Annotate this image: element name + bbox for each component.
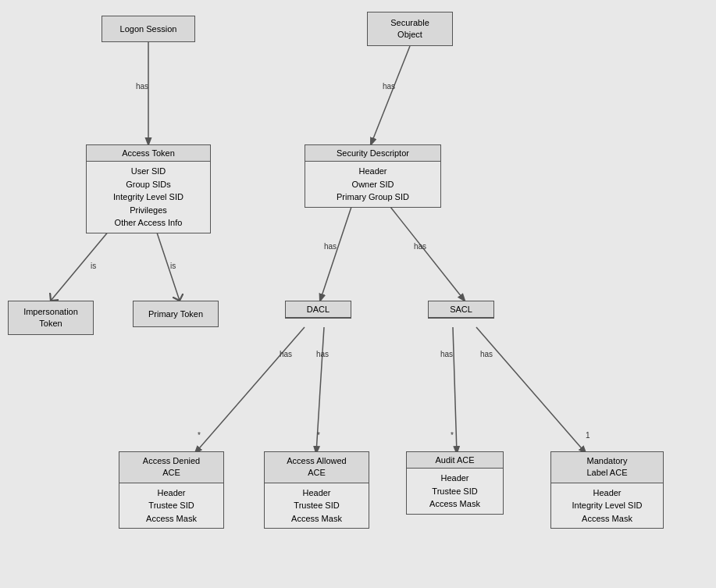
primary-token-box: Primary Token [133,301,219,327]
logon-session-box: Logon Session [102,16,195,42]
access-allowed-ace-box: Access AllowedACE Header Trustee SID Acc… [264,451,369,529]
mandatory-label-ace-body: Header Integrity Level SID Access Mask [551,483,663,529]
primary-token-label: Primary Token [148,309,203,319]
securable-object-box: SecurableObject [367,12,453,46]
sd-field-2: Owner SID [312,178,434,191]
ada-field-3: Access Mask [126,512,217,526]
star-label-2: * [317,431,320,440]
aaa-field-3: Access Mask [271,512,362,526]
has-label-7: has [440,350,453,358]
has-label-5: has [280,350,292,358]
sacl-box: SACL [428,301,494,319]
security-descriptor-title: Security Descriptor [305,145,440,162]
audit-field-1: Header [413,472,497,485]
svg-line-2 [371,46,410,144]
mla-field-3: Access Mask [557,512,657,526]
security-descriptor-body: Header Owner SID Primary Group SID [305,162,440,207]
audit-ace-box: Audit ACE Header Trustee SID Access Mask [406,451,504,515]
audit-ace-body: Header Trustee SID Access Mask [407,469,503,514]
star-label-3: * [451,431,454,440]
one-label-1: 1 [586,431,590,440]
ada-field-1: Header [126,486,217,500]
audit-field-2: Trustee SID [413,485,497,498]
svg-line-4 [156,230,180,301]
dacl-box: DACL [285,301,351,319]
access-token-box: Access Token User SID Group SIDs Integri… [86,144,211,233]
aaa-field-2: Trustee SID [271,499,362,512]
sd-field-3: Primary Group SID [312,191,434,204]
svg-line-3 [51,230,109,301]
has-label-6: has [316,350,329,358]
access-token-title: Access Token [87,145,210,162]
svg-line-6 [390,207,465,301]
svg-line-5 [320,207,351,301]
access-token-body: User SID Group SIDs Integrity Level SID … [87,162,210,233]
impersonation-token-box: ImpersonationToken [8,301,94,335]
access-denied-ace-box: Access DeniedACE Header Trustee SID Acce… [119,451,224,529]
has-label-1: has [136,82,148,91]
impersonation-token-label: ImpersonationToken [23,306,78,330]
logon-session-label: Logon Session [120,24,177,34]
svg-line-7 [195,327,305,453]
has-label-8: has [480,350,493,358]
access-token-field-4: Privileges [93,204,204,217]
has-label-4: has [414,242,426,251]
mla-field-1: Header [557,486,657,500]
has-label-2: has [383,82,395,91]
access-token-field-3: Integrity Level SID [93,191,204,204]
star-label-1: * [198,431,201,440]
access-token-field-5: Other Access Info [93,216,204,230]
mla-field-2: Integrity Level SID [557,499,657,512]
aaa-field-1: Header [271,486,362,500]
is-label-1: is [91,262,96,270]
audit-field-3: Access Mask [413,497,497,511]
access-denied-ace-title: Access DeniedACE [119,452,223,483]
access-token-field-2: Group SIDs [93,178,204,191]
security-descriptor-box: Security Descriptor Header Owner SID Pri… [305,144,441,208]
svg-line-10 [476,327,586,453]
access-allowed-ace-body: Header Trustee SID Access Mask [265,483,369,529]
ada-field-2: Trustee SID [126,499,217,512]
mandatory-label-ace-box: MandatoryLabel ACE Header Integrity Leve… [550,451,664,529]
dacl-title: DACL [286,301,351,318]
has-label-3: has [324,242,337,251]
mandatory-label-ace-title: MandatoryLabel ACE [551,452,663,483]
sd-field-1: Header [312,165,434,178]
is-label-2: is [170,262,176,270]
sacl-title: SACL [429,301,493,318]
diagram-container: Logon Session has SecurableObject has Ac… [0,0,716,588]
access-allowed-ace-title: Access AllowedACE [265,452,369,483]
audit-ace-title: Audit ACE [407,452,503,469]
access-token-field-1: User SID [93,165,204,178]
access-denied-ace-body: Header Trustee SID Access Mask [119,483,223,529]
securable-object-label: SecurableObject [390,17,429,41]
